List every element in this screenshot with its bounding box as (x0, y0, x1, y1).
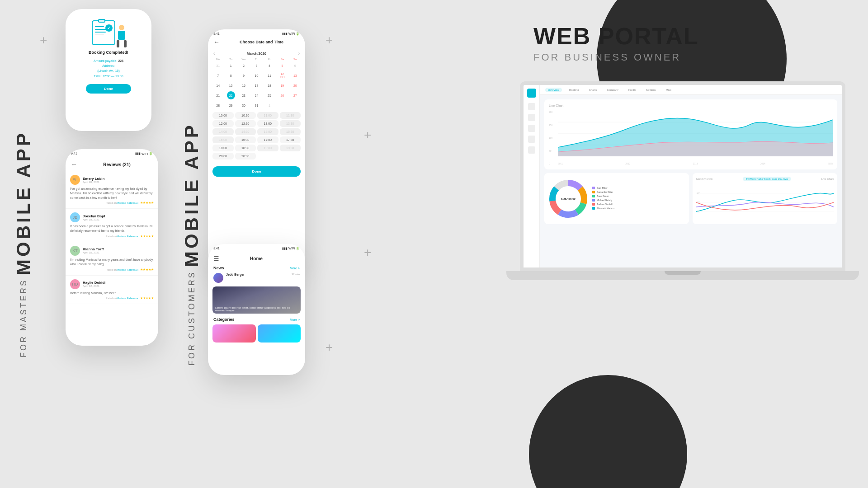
svg-text:200: 200 (697, 211, 700, 213)
sidebar-icon-4[interactable] (528, 136, 535, 143)
laptop-mockup: Overview Booking Charts Company Profile … (506, 81, 859, 280)
sidebar-icon-3[interactable] (528, 125, 535, 132)
cal-title: Choose Date and Time (223, 40, 300, 44)
slot-1030[interactable]: 10:30 (235, 112, 256, 119)
cal-done-button[interactable]: Done (212, 166, 301, 177)
slot-2030[interactable]: 20:30 (235, 153, 256, 160)
slot-1630[interactable]: 16:30 (235, 136, 256, 143)
review-item-3: KT Kianna Torff April 15, 2021 I'm visit… (66, 242, 158, 276)
review-footer-1: Rated on Marissa Fabreaux ★★★★★ (70, 201, 154, 205)
cal-nav: ‹ March/2020 › (208, 49, 305, 58)
legend-michael-gatsby: Michael Gatsby (592, 199, 685, 202)
portal-title-block: WEB PORTAL FOR BUSINESS OWNER (533, 23, 699, 63)
review-item-2: JB Jocelyn Bapt April 18, 2021 It has be… (66, 209, 158, 242)
home-title-label: Home (219, 256, 293, 261)
category-item-2[interactable] (258, 324, 301, 343)
laptop-base (506, 271, 859, 280)
cal-days-header: MoTuWeThFr SaSu (208, 58, 305, 61)
category-item-1[interactable] (212, 324, 256, 343)
sidebar-icon-2[interactable] (528, 114, 535, 121)
tab-settings[interactable]: Settings (643, 88, 659, 92)
booking-done-button[interactable]: Done (86, 84, 131, 94)
reviews-phone: 9:41 ▮▮▮ WiFi 🔋 ← Reviews (21) EL Emery … (66, 149, 158, 346)
time-row-4: 16:00 16:30 17:00 17:30 (212, 136, 301, 143)
svg-text:300: 300 (697, 192, 700, 195)
plus-icon-2: + (326, 34, 333, 47)
dashboard-content: Line Chart 200150100500 (540, 95, 842, 229)
tab-company[interactable]: Company (604, 88, 621, 92)
reviewer-avatar-4: HD (70, 279, 80, 289)
slot-1230[interactable]: 12:30 (235, 120, 256, 127)
review-item-1: EL Emery Lubin April 20, 2021 I've got a… (66, 171, 158, 209)
reviews-back-arrow[interactable]: ← (71, 161, 77, 168)
line-chart-svg (558, 111, 833, 156)
categories-more-link[interactable]: More > (290, 318, 300, 321)
booking-illustration: ✓ (88, 18, 129, 47)
live-chart-panel: Monthly profit 540 Merry Harbor Beach, C… (693, 173, 837, 224)
review-footer-3: Rated on Marissa Fabreaux ★★★★★ (70, 268, 154, 272)
cal-next-arrow[interactable]: › (298, 51, 300, 56)
plus-icon-5: + (326, 341, 333, 354)
dashboard-topbar: Overview Booking Charts Company Profile … (540, 85, 842, 95)
news-image[interactable]: Lorem ipsum dolor sit amet, consectetur … (212, 286, 301, 314)
slot-1930: 19:30 (280, 145, 301, 151)
slot-1730[interactable]: 17:30 (280, 136, 301, 143)
review-text-1: I've got an amazing experience having my… (70, 187, 154, 200)
location-dropdown[interactable]: 540 Merry Harbor Beach, Cape May, Iowa (743, 177, 791, 181)
review-text-2: It has been a pleasure to get a service … (70, 224, 154, 233)
monthly-profit-label: Monthly profit (696, 178, 712, 180)
time-row-1: 10:00 10:30 11:00 11:30 (212, 112, 301, 119)
sidebar-icon-1[interactable] (528, 103, 535, 110)
slot-1500: 15:00 (257, 128, 278, 135)
dashboard-main: Overview Booking Charts Company Profile … (540, 85, 842, 267)
tab-overview[interactable]: Overview (545, 88, 562, 92)
slot-1200[interactable]: 12:00 (212, 120, 234, 127)
slot-1800[interactable]: 18:00 (212, 145, 234, 151)
categories-label: Categories (213, 317, 235, 322)
cal-selected-day[interactable]: 22 (227, 91, 235, 99)
live-chart-label: Live Chart (821, 178, 834, 180)
legend-anna-green: Anna Green (592, 195, 685, 197)
slot-1000[interactable]: 10:00 (212, 112, 234, 119)
reviews-title: Reviews (21) (81, 162, 153, 167)
cal-header: ← Choose Date and Time (208, 37, 305, 49)
sidebar-icon-5[interactable] (528, 146, 535, 154)
reviews-header: ← Reviews (21) (66, 156, 158, 171)
plus-icon-3: + (364, 129, 371, 141)
line-chart-title: Line Chart (549, 104, 833, 107)
slot-1530: 15:30 (280, 128, 301, 135)
mid-main-text: MOBILE APP (181, 122, 203, 267)
dashboard-logo (527, 89, 536, 98)
bottom-panels: $ 26,455.00 Sam Miller (544, 173, 837, 224)
reviewer-date-2: April 18, 2021 (83, 218, 105, 221)
tab-misc[interactable]: Misc (663, 88, 674, 92)
slot-2000[interactable]: 20:00 (212, 153, 234, 160)
tab-booking[interactable]: Booking (566, 88, 582, 92)
hamburger-icon[interactable]: ☰ (213, 255, 219, 262)
line-chart: 200150100500 (549, 111, 833, 165)
news-avatar (213, 273, 223, 283)
reviewer-avatar-3: KT (70, 246, 80, 256)
reviews-status-bar: 9:41 ▮▮▮ WiFi 🔋 (66, 149, 158, 156)
news-more-link[interactable]: More > (290, 267, 300, 270)
review-text-3: I'm visiting Marissa for many years and … (70, 258, 154, 267)
reviewer-name-1: Emery Lubin (83, 177, 104, 181)
slot-1300[interactable]: 13:00 (257, 120, 278, 127)
donut-panel: $ 26,455.00 Sam Miller (544, 173, 689, 224)
tab-profile[interactable]: Profile (626, 88, 639, 92)
plus-icon-1: + (40, 34, 47, 47)
tab-charts[interactable]: Charts (586, 88, 600, 92)
left-main-text: MOBILE APP (13, 131, 34, 275)
home-status-bar: 9:41 ▮▮▮ WiFi 🔋 (208, 244, 305, 251)
review-footer-4: Rated on Marissa Fabreaux ★★★★★ (70, 296, 154, 300)
cal-back-arrow[interactable]: ← (213, 38, 220, 46)
time-row-5: 18:00 18:30 19:00 19:30 (212, 145, 301, 151)
slot-1700[interactable]: 17:00 (257, 136, 278, 143)
slot-1830[interactable]: 18:30 (235, 145, 256, 151)
donut-legend: Sam Miller Samantha Ditter Anna Green (592, 187, 685, 211)
cal-prev-arrow[interactable]: ‹ (213, 51, 215, 56)
news-label: News (213, 266, 224, 270)
home-nav: ☰ Home (208, 251, 305, 264)
reviewer-avatar-1: EL (70, 175, 80, 185)
x-axis-labels: 20112012201320142015 (558, 162, 833, 165)
